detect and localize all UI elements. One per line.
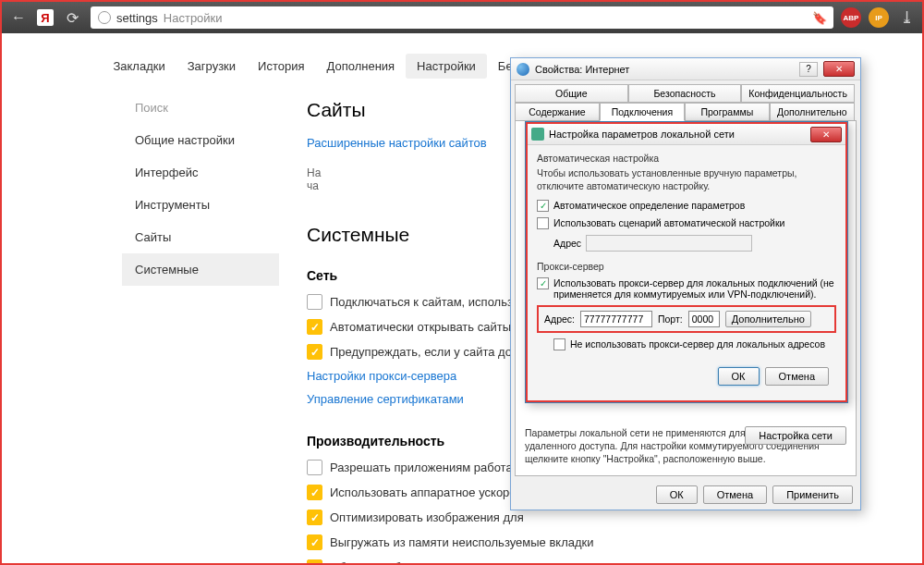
proxy-advanced-button[interactable]: Дополнительно [725,311,811,327]
dialog-tabs: ОбщиеБезопасностьКонфиденциальностьСодер… [511,80,860,121]
network-option-checkbox[interactable] [307,344,322,360]
ok-button[interactable]: ОК [656,485,698,504]
sidebar-item[interactable]: Системные [122,253,279,286]
network-option-label: Предупреждать, если у сайта долж [330,345,527,359]
lan-settings-dialog: Настройка параметров локальной сети ✕ Ав… [525,121,848,403]
use-proxy-checkbox[interactable] [537,277,549,289]
bypass-local-checkbox[interactable] [553,338,565,350]
reload-button[interactable]: ⟳ [61,6,83,29]
proxy-port-label: Порт: [658,313,683,325]
dialog-tab[interactable]: Общие [515,84,628,103]
dialog-tab[interactable]: Конфиденциальность [741,84,855,103]
lan-ok-button[interactable]: ОК [718,367,760,386]
settings-sidebar: Поиск Общие настройкиИнтерфейсИнструмент… [122,92,279,565]
performance-option-checkbox[interactable] [307,510,322,525]
dialog-tab[interactable]: Дополнительно [770,103,855,121]
sidebar-item[interactable]: Интерфейс [122,156,279,189]
lan-dialog-body: Автоматическая настройка Чтобы использов… [528,145,845,400]
globe-icon [517,63,529,76]
settings-tab[interactable]: Закладки [102,54,176,79]
script-address-input [586,235,752,252]
lan-close-button[interactable]: ✕ [810,127,842,142]
address-bar[interactable]: settings Настройки 🔖 [91,6,833,29]
dialog-buttons: ОК Отмена Применить [511,480,860,510]
network-icon [531,128,544,141]
performance-option-checkbox[interactable] [307,485,322,500]
dialog-titlebar[interactable]: Свойства: Интернет ? ✕ [511,58,860,80]
network-settings-button[interactable]: Настройка сети [745,426,846,445]
network-option-label: Автоматически открывать сайты по [330,320,528,334]
site-icon [98,11,111,24]
settings-tab[interactable]: История [247,54,315,79]
settings-tab[interactable]: Дополнения [315,54,406,79]
performance-option-label: Выгружать из памяти неиспользуемые вклад… [330,535,594,549]
lan-cancel-button[interactable]: Отмена [765,367,829,386]
auto-config-heading: Автоматическая настройка [537,153,836,164]
dialog-tab[interactable]: Безопасность [628,84,742,103]
dialog-tab[interactable]: Содержание [515,103,600,121]
help-button[interactable]: ? [799,62,818,77]
performance-option-label: Разрешать приложениям работать [330,461,524,474]
close-button[interactable]: ✕ [823,61,855,77]
abp-extension-icon[interactable]: ABP [841,7,861,28]
performance-option-label: Обновлять браузер, даже если он не запущ… [330,560,589,565]
bookmark-icon[interactable]: 🔖 [813,9,826,26]
performance-option-label: Оптимизировать изображения для [330,510,524,524]
proxy-address-input[interactable] [580,311,652,327]
apply-button[interactable]: Применить [772,485,853,504]
cancel-button[interactable]: Отмена [703,485,767,504]
sidebar-item[interactable]: Сайты [122,221,279,253]
performance-option-checkbox[interactable] [307,534,322,550]
browser-toolbar: ← Я ⟳ settings Настройки 🔖 ABP IP ⤓ [2,2,922,33]
proxy-port-input[interactable] [688,311,720,327]
performance-option-row: Оптимизировать изображения для [307,510,802,525]
auto-config-note: Чтобы использовать установленные вручную… [537,167,836,192]
address-prefix: settings [116,11,158,25]
proxy-heading: Прокси-сервер [537,261,836,272]
proxy-address-label: Адрес: [544,313,575,325]
lan-dialog-title: Настройка параметров локальной сети [549,129,806,140]
use-proxy-label: Использовать прокси-сервер для локальных… [553,277,836,300]
ip-extension-icon[interactable]: IP [869,7,889,28]
dialog-title: Свойства: Интернет [535,64,794,75]
use-script-label: Использовать сценарий автоматической нас… [553,217,784,228]
use-script-checkbox[interactable] [537,217,549,229]
performance-option-checkbox[interactable] [307,559,322,565]
dialog-tab[interactable]: Подключения [600,103,685,121]
network-option-checkbox[interactable] [307,294,322,310]
address-text: Настройки [164,11,223,25]
network-option-label: Подключаться к сайтам, использую [330,295,528,309]
settings-tab[interactable]: Настройки [406,54,487,79]
performance-option-label: Использовать аппаратное ускорен [330,485,523,499]
sidebar-search[interactable]: Поиск [122,92,279,124]
performance-option-checkbox[interactable] [307,460,322,475]
downloads-icon[interactable]: ⤓ [896,7,917,28]
back-button[interactable]: ← [7,6,30,29]
proxy-address-row: Адрес: Порт: Дополнительно [537,305,836,333]
settings-tab[interactable]: Загрузки [176,54,247,79]
yandex-logo[interactable]: Я [37,9,54,26]
lan-dialog-titlebar[interactable]: Настройка параметров локальной сети ✕ [528,124,845,145]
performance-option-row: Выгружать из памяти неиспользуемые вклад… [307,534,802,550]
auto-detect-label: Автоматическое определение параметров [553,200,745,211]
performance-option-row: Обновлять браузер, даже если он не запущ… [307,559,802,565]
sidebar-item[interactable]: Общие настройки [122,124,279,156]
auto-detect-checkbox[interactable] [537,200,549,212]
script-address-label: Адрес [553,238,581,249]
sidebar-item[interactable]: Инструменты [122,189,279,221]
network-option-checkbox[interactable] [307,319,322,335]
dialog-tab[interactable]: Программы [685,103,770,121]
bypass-local-label: Не использовать прокси-сервер для локаль… [570,338,825,350]
